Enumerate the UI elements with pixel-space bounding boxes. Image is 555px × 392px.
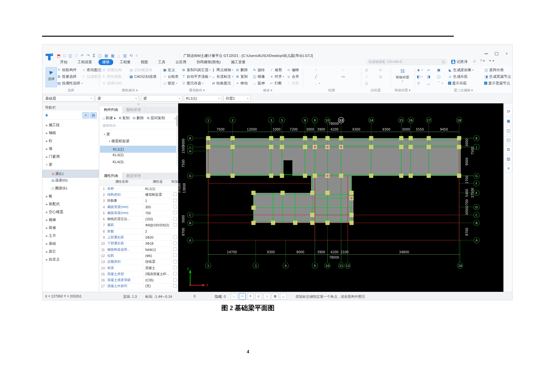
sidebar-item-板[interactable]: ▶板 [42, 192, 99, 200]
toolbar-btn-新建[interactable]: □新建▾ [103, 116, 115, 120]
ribbon-btn-移动[interactable]: +移动 [235, 80, 248, 86]
checkbox-icon[interactable] [173, 223, 177, 227]
ribbon-btn-复制到其它层[interactable]: ⧉复制到其它层▾ [182, 67, 211, 73]
ribbon-btn-自动平齐顶板[interactable]: ⊤自动平齐顶板▾ [182, 74, 211, 79]
dropdown-arrow-icon[interactable]: ▾ [283, 75, 284, 78]
tree-arrow-icon[interactable]: ▶ [45, 240, 49, 248]
property-row-混凝土外加剂[interactable]: 17混凝土外加剂(无) [100, 283, 178, 290]
property-row-截面宽度(mm)[interactable]: 4截面宽度(mm)300 [100, 204, 178, 210]
selector-3-KL1(1)[interactable]: KL1(1)▾ [184, 95, 222, 101]
dropdown-arrow-icon[interactable]: ▾ [421, 69, 423, 71]
ribbon-btn-生成宽扁节点[interactable]: ◨生成宽扁节点▾ [484, 74, 513, 79]
property-row-名称[interactable]: 1名称KL1(1) [100, 186, 178, 192]
pen-icon[interactable]: △ [117, 53, 120, 58]
checkbox-icon[interactable] [173, 278, 177, 282]
tree-arrow-icon[interactable]: ▶ [45, 256, 49, 264]
ribbon-btn-转换图元[interactable]: ⇄转换图元 [211, 80, 231, 86]
sum-icon[interactable]: Σ [93, 53, 95, 58]
paste-icon[interactable]: ⬒ [57, 53, 60, 58]
dropdown-arrow-icon[interactable]: ▾ [442, 82, 443, 85]
clip-icon[interactable]: ⧉ [505, 146, 512, 153]
tab-工程量[interactable]: 工程量 [116, 59, 134, 65]
tree-arrow-icon[interactable]: ▼ [103, 131, 106, 138]
property-row-结构类别[interactable]: 2结构类别楼层框架梁 [100, 192, 178, 198]
component-item-楼层框架梁[interactable]: ▼楼层框架梁 [100, 138, 178, 144]
ribbon-btn-云检查[interactable]: ◔云检查 [163, 74, 179, 79]
ribbon-icon-btn-e5[interactable]: ◨ [427, 74, 431, 79]
save-icon[interactable]: ▽ [75, 53, 78, 58]
ribbon-btn-两点辅轴[interactable]: ∥两点辅轴▾ [211, 67, 233, 73]
snap-icon-4[interactable]: ⊥ [264, 293, 270, 300]
select-mode-button[interactable]: ▶选择 [46, 67, 57, 87]
ribbon-icon-btn-e4[interactable]: ◧▾ [416, 74, 423, 79]
ribbon-btn-删除[interactable]: ⊟删除 [235, 67, 248, 73]
ribbon-btn-梁跨分类[interactable]: ◫梁跨分类 [484, 67, 504, 73]
property-row-上部通长筋[interactable]: 9上部通长筋2Φ20 [100, 234, 178, 241]
ribbon-btn-延伸[interactable]: →延伸 [253, 80, 265, 86]
property-row-下部通长筋[interactable]: 10下部通长筋3Φ18 [100, 241, 178, 247]
ribbon-btn-显示宽扁节点[interactable]: ✓显示宽扁节点 [484, 80, 510, 86]
ribbon-btn-镜像[interactable]: ◫镜像 [253, 74, 265, 79]
ribbon-btn-锁定[interactable]: □锁定▾ [163, 80, 177, 86]
table-icon[interactable]: ▦ [104, 53, 108, 58]
toolbar-btn-删除[interactable]: ⊟删除 [133, 116, 144, 120]
dropdown-arrow-icon[interactable]: ▾ [202, 82, 203, 85]
property-row-箍筋[interactable]: 7箍筋Φ8@100/200(2) [100, 222, 178, 229]
sidebar-item-装修[interactable]: ▶装修 [42, 224, 99, 232]
snap-icon-5[interactable]: ▦ [272, 293, 278, 300]
selector-4-分层1[interactable]: 分层1▾ [223, 95, 251, 101]
tab-图纸管理[interactable]: 图纸管理 [122, 107, 145, 113]
component-item-KL3(2)[interactable]: KL3(2) [100, 151, 178, 158]
tree-arrow-icon[interactable]: ▶ [45, 129, 49, 137]
tab-构件列表[interactable]: 构件列表 [100, 107, 122, 113]
ribbon-btn-按属性选择[interactable]: ▤按属性选择▾ [57, 80, 83, 86]
card-view-icon[interactable]: ▤ [90, 112, 97, 119]
selector-0-基础层[interactable]: 基础层▾ [43, 95, 94, 101]
checkbox-icon[interactable] [173, 248, 177, 251]
dropdown-arrow-icon[interactable]: ▾ [512, 75, 513, 78]
sidebar-item-空心楼盖[interactable]: ▶空心楼盖 [42, 208, 99, 216]
property-row-肢数[interactable]: 8肢数2 [100, 228, 178, 235]
component-search-input[interactable]: 搜索构件... [100, 122, 178, 129]
property-row-材质[interactable]: 14材质混凝土 [100, 265, 178, 271]
sync-icon[interactable]: ⟳ [505, 108, 512, 115]
film-icon[interactable]: ▥ [123, 53, 127, 58]
tab-工程设置[interactable]: 工程设置 [74, 59, 96, 65]
snap-icon-6[interactable]: ◡ [280, 293, 287, 300]
checkbox-icon[interactable] [173, 211, 177, 214]
ribbon-group-label-梁二次编辑[interactable]: 梁二次编辑 ▾ [415, 88, 512, 93]
sidebar-item-圈梁(E)[interactable]: ◫圈梁(E) [42, 184, 99, 192]
drawing-canvas[interactable]: 7500120003300720030003900420093009300300… [178, 103, 503, 292]
checkbox-icon[interactable] [173, 205, 177, 208]
ribbon-btn-图元存盘[interactable]: ▽图元存盘▾ [182, 80, 203, 86]
panel-close-icon[interactable]: ✕ [137, 103, 140, 106]
ribbon-group-label-通用操作[interactable]: 通用操作 ▾ [161, 88, 232, 93]
ribbon-group-label-智能布置[interactable]: 智能布置 ▾ [391, 88, 414, 93]
property-row-定额类别[interactable]: 13定额类别连续梁 [100, 259, 178, 265]
dropdown-arrow-icon[interactable]: ▾ [209, 75, 211, 78]
tab-属性列表[interactable]: 属性列表 [100, 173, 122, 180]
toolbar-btn-复制[interactable]: ⧉复制 [119, 116, 129, 120]
snap-icon-0[interactable]: ∟ [231, 293, 237, 300]
ribbon-btn-定义[interactable]: ▣定义 [163, 67, 175, 73]
tab-工具[interactable]: 工具 [154, 59, 169, 65]
selector-2-梁[interactable]: 梁▾ [141, 95, 182, 101]
ribbon-icon-btn-e9[interactable]: ⌒▾ [437, 80, 443, 86]
merge-table-icon[interactable]: ▩ [111, 53, 114, 58]
ribbon-btn-CAD识别选项[interactable]: ▩CAD识别选项 [129, 74, 156, 79]
theme-icon[interactable]: ✦ ▾ [489, 59, 494, 63]
folder-open-icon[interactable]: ◱ [505, 127, 512, 134]
more-icon[interactable]: ≡ [135, 53, 138, 58]
ribbon-btn-生成吊筋[interactable]: ∪生成吊筋 [448, 74, 468, 79]
ribbon-btn-修剪[interactable]: ∕修剪 [270, 67, 282, 73]
sidebar-item-墙[interactable]: ▶墙 [42, 145, 99, 153]
component-item-KL4(3)[interactable]: KL4(3) [100, 158, 178, 165]
ribbon-icon-btn-e6[interactable]: ▢ [437, 74, 441, 79]
tree-arrow-icon[interactable]: ▶ [45, 248, 49, 256]
checkbox-icon[interactable] [173, 272, 177, 275]
ribbon-btn-拾取构件[interactable]: ↖拾取构件 [57, 67, 77, 73]
property-row-跨数量[interactable]: 3跨数量1 [100, 198, 178, 204]
ribbon-btn-打断[interactable]: ⊢打断 [270, 80, 282, 86]
restore-icon[interactable] [495, 52, 498, 55]
ribbon-group-label-修改[interactable]: 修改 ▾ [234, 88, 302, 93]
